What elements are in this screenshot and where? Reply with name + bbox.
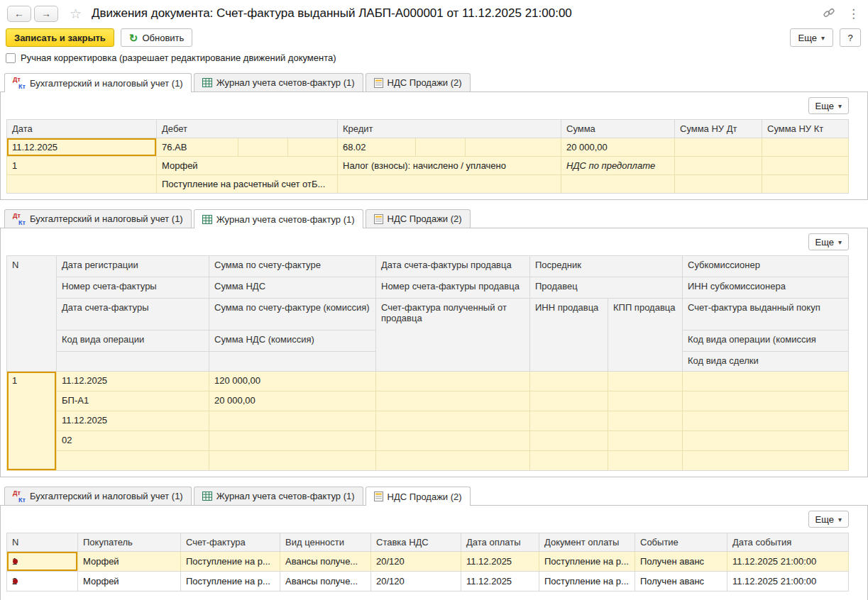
table-row[interactable]: 11.12.2025 [7,411,849,431]
tab-journal[interactable]: Журнал учета счетов-фактур (1) [194,209,363,228]
tab-vat-sales[interactable]: НДС Продажи (2) [366,209,471,228]
table-row[interactable]: Поступление на расчетный счет отБ... [7,175,849,194]
col-header-seller-kpp[interactable]: КПП продавца [608,299,683,372]
col-header-invoice-no[interactable]: Номер счета-фактуры [57,277,209,299]
col-header-n[interactable]: N [7,533,78,552]
panel-more-button[interactable]: Еще ▾ [808,97,849,114]
col-header-event[interactable]: Событие [635,533,727,552]
cell[interactable] [338,175,561,194]
cell[interactable] [762,157,849,175]
cell-pay-doc[interactable]: Поступление на р... [539,572,635,591]
cell[interactable] [7,175,157,194]
cell-vat-rate[interactable]: 20/120 [371,572,461,591]
col-header-invoice-sum[interactable]: Сумма по счету-фактуре [209,256,376,277]
cell[interactable] [209,451,376,471]
col-header-amount-nu-kt[interactable]: Сумма НУ Кт [762,120,849,138]
col-header-n[interactable]: N [7,256,57,372]
cell[interactable] [683,372,849,391]
cell[interactable] [376,391,530,411]
favorite-star-icon[interactable]: ☆ [70,6,82,22]
cell[interactable] [675,138,762,157]
col-header-op-code[interactable]: Код вида операции [57,330,209,352]
cell-invoice[interactable]: Поступление на р... [181,552,280,572]
table-row[interactable]: 2 Морфей Поступление на р... Авансы полу… [7,572,849,591]
cell-credit-account[interactable]: 68.02 [338,138,416,157]
col-header-credit[interactable]: Кредит [338,120,561,138]
col-header-seller[interactable]: Продавец [530,277,683,299]
col-header-pay-doc[interactable]: Документ оплаты [539,533,635,552]
col-header-subcommissioner[interactable]: Субкомиссионер [683,256,849,277]
col-header-amount[interactable]: Сумма [561,120,675,138]
cell-line-number[interactable]: 1 [7,157,157,175]
cell-event[interactable]: Получен аванс [635,572,727,591]
cell-invoice-no[interactable]: БП-А1 [57,391,209,411]
table-row[interactable]: 11.12.2025 76.АВ 68.02 20 000,00 [7,138,849,157]
cell[interactable] [238,138,288,157]
cell-date[interactable]: 11.12.2025 [7,138,157,157]
cell-vat-sum[interactable]: 20 000,00 [209,391,376,411]
table-row[interactable]: 1 Морфей Налог (взносы): начислено / упл… [7,157,849,175]
cell-event-date[interactable]: 11.12.2025 21:00:00 [727,572,849,591]
cell[interactable] [530,431,608,451]
cell[interactable] [209,431,376,451]
cell-pay-date[interactable]: 11.12.2025 [461,552,539,572]
manual-correction-checkbox[interactable] [6,53,16,63]
cell-amount-note[interactable]: НДС по предоплате [561,157,675,175]
table-row[interactable]: БП-А1 20 000,00 [7,391,849,411]
col-header-invoice[interactable]: Счет-фактура [181,533,280,552]
cell-pay-date[interactable]: 11.12.2025 [461,572,539,591]
col-header-invoice-sum-commission[interactable]: Сумма по счету-фактуре (комиссия) [209,299,376,330]
cell[interactable] [530,451,608,471]
cell[interactable] [561,175,675,194]
cell[interactable] [608,431,683,451]
col-header-deal-code[interactable]: Код вида сделки [683,352,849,372]
col-header-reg-date[interactable]: Дата регистрации [57,256,209,277]
cell[interactable] [608,451,683,471]
refresh-button[interactable]: ↻ Обновить [121,28,192,47]
col-header-pay-date[interactable]: Дата оплаты [461,533,539,552]
save-close-button[interactable]: Записать и закрыть [6,28,114,47]
cell[interactable] [416,138,466,157]
cell[interactable] [675,157,762,175]
cell[interactable] [530,411,608,431]
col-header-debit[interactable]: Дебет [157,120,338,138]
cell-value-kind[interactable]: Авансы получе... [280,552,371,572]
back-button[interactable]: ← [7,6,31,22]
col-header-vat-sum[interactable]: Сумма НДС [209,277,376,299]
tab-accounting[interactable]: ДтКт Бухгалтерский и налоговый учет (1) [4,487,192,505]
cell-value-kind[interactable]: Авансы получе... [280,572,371,591]
cell[interactable] [288,138,338,157]
cell-invoice-date[interactable]: 11.12.2025 [57,411,209,431]
col-header-seller-invoice-no[interactable]: Номер счета-фактуры продавца [376,277,530,299]
col-header-empty[interactable] [209,352,376,372]
cell[interactable] [376,451,530,471]
cell-debit-account[interactable]: 76.АВ [157,138,238,157]
cell-amount[interactable]: 20 000,00 [561,138,675,157]
cell[interactable] [762,138,849,157]
table-row[interactable]: 02 [7,431,849,451]
cell[interactable] [608,372,683,391]
col-header-intermediary[interactable]: Посредник [530,256,683,277]
forward-button[interactable]: → [34,6,58,22]
cell[interactable] [376,372,530,391]
col-header-op-code-commission[interactable]: Код вида операции (комиссия [683,330,849,352]
cell[interactable] [209,411,376,431]
cell[interactable] [466,138,561,157]
tab-accounting[interactable]: ДтКт Бухгалтерский и налоговый учет (1) [4,73,192,92]
col-header-amount-nu-dt[interactable]: Сумма НУ Дт [675,120,762,138]
cell[interactable] [762,175,849,194]
cell-invoice-sum[interactable]: 120 000,00 [209,372,376,391]
cell-credit-subconto1[interactable]: Налог (взносы): начислено / уплачено [338,157,561,175]
col-header-value-kind[interactable]: Вид ценности [280,533,371,552]
cell-invoice[interactable]: Поступление на р... [181,572,280,591]
col-header-subcommissioner-inn[interactable]: ИНН субкомиссионера [683,277,849,299]
col-header-seller-invoice-date[interactable]: Дата счета-фактуры продавца [376,256,530,277]
cell-event-date[interactable]: 11.12.2025 21:00:00 [727,552,849,572]
col-header-vat-sum-commission[interactable]: Сумма НДС (комиссия) [209,330,376,352]
more-button[interactable]: Еще ▾ [790,28,833,47]
col-header-buyer[interactable]: Покупатель [78,533,181,552]
table-row[interactable] [7,451,849,471]
cell-buyer[interactable]: Морфей [78,552,181,572]
panel-more-button[interactable]: Еще ▾ [808,233,849,250]
cell-row-number[interactable]: 2 [7,572,78,591]
